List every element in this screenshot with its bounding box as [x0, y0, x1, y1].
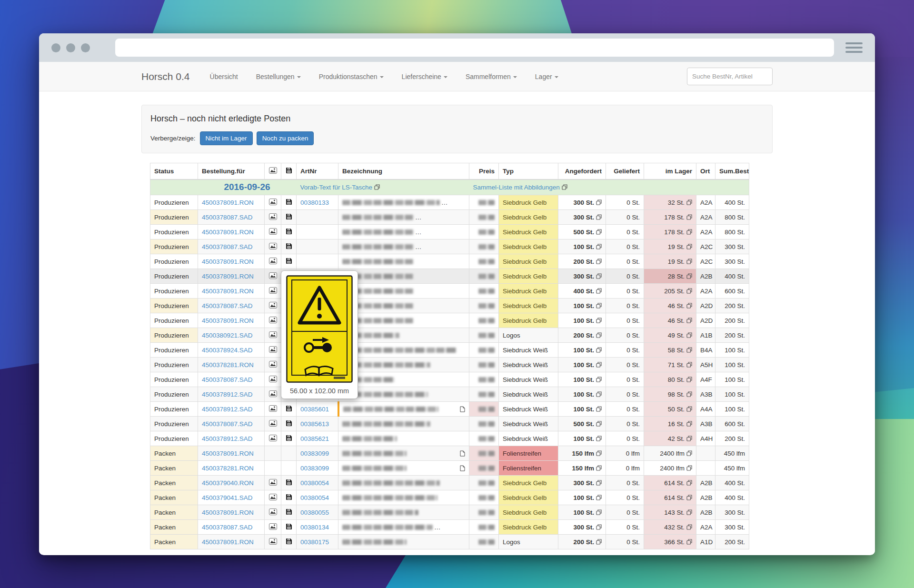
external-link-icon[interactable] [596, 229, 602, 235]
external-link-icon[interactable] [686, 332, 692, 338]
order-link[interactable]: 4500379040.RON [202, 479, 254, 487]
external-link-icon[interactable] [596, 509, 602, 515]
nav-item-bersicht[interactable]: Übersicht [210, 73, 238, 80]
artnr-link[interactable]: 00380054 [300, 494, 329, 501]
external-link-icon[interactable] [686, 465, 692, 471]
window-zoom-button[interactable] [81, 43, 90, 52]
artnr-link[interactable]: 00380175 [300, 538, 329, 546]
external-link-icon[interactable] [686, 362, 692, 368]
order-link[interactable]: 4500378281.RON [202, 361, 254, 369]
external-link-icon[interactable] [596, 303, 602, 309]
nav-item-bestellungen[interactable]: Bestellungen [256, 73, 301, 80]
external-link-icon[interactable] [596, 465, 602, 471]
external-link-icon[interactable] [686, 273, 692, 279]
external-link-icon[interactable] [596, 391, 602, 397]
order-link[interactable]: 4500378912.SAD [202, 391, 253, 398]
external-link-icon[interactable] [686, 421, 692, 427]
note-icon[interactable] [460, 465, 465, 471]
order-link[interactable]: 4500378091.RON [202, 450, 254, 457]
group-date-link[interactable]: 2016-09-26 [202, 182, 293, 192]
external-link-icon[interactable] [596, 450, 602, 456]
external-link-icon[interactable] [686, 229, 692, 235]
order-link[interactable]: 4500378087.SAD [202, 243, 253, 250]
external-link-icon[interactable] [596, 524, 602, 530]
external-link-icon[interactable] [686, 391, 692, 397]
external-link-icon[interactable] [596, 406, 602, 412]
order-link[interactable]: 4500378091.RON [202, 509, 254, 516]
nav-item-lieferscheine[interactable]: Lieferscheine [402, 73, 447, 80]
order-link[interactable]: 4500378091.RON [202, 317, 254, 324]
external-link-icon[interactable] [686, 509, 692, 515]
order-link[interactable]: 4500378091.RON [202, 273, 254, 280]
external-link-icon[interactable] [686, 377, 692, 382]
external-link-icon[interactable] [596, 259, 602, 264]
order-link[interactable]: 4500378091.RON [202, 538, 254, 546]
external-link-icon[interactable] [596, 199, 602, 205]
external-link-icon[interactable] [686, 214, 692, 220]
external-link-icon[interactable] [686, 406, 692, 412]
window-close-button[interactable] [51, 43, 60, 52]
artnr-link[interactable]: 00380054 [300, 479, 329, 487]
external-link-icon[interactable] [596, 495, 602, 500]
external-link-icon[interactable] [686, 450, 692, 456]
external-link-icon[interactable] [596, 318, 602, 323]
note-icon[interactable] [460, 450, 465, 457]
order-link[interactable]: 4500378912.SAD [202, 435, 253, 442]
external-link-icon[interactable] [686, 288, 692, 294]
order-link[interactable]: 4500378087.SAD [202, 420, 253, 428]
url-bar[interactable] [115, 39, 834, 57]
external-link-icon[interactable] [686, 480, 692, 486]
note-icon[interactable] [460, 406, 465, 412]
nav-item-produktionstaschen[interactable]: Produktionstaschen [319, 73, 384, 80]
browser-menu-icon[interactable] [845, 42, 863, 53]
external-link-icon[interactable] [596, 377, 602, 382]
app-brand[interactable]: Horsch 0.4 [141, 71, 190, 82]
order-link[interactable]: 4500378087.SAD [202, 214, 253, 221]
external-link-icon[interactable] [596, 436, 602, 441]
search-input[interactable] [687, 68, 773, 85]
external-link-icon[interactable] [596, 539, 602, 545]
external-link-icon[interactable] [686, 244, 692, 249]
order-link[interactable]: 4500379041.SAD [202, 494, 253, 501]
external-link-icon[interactable] [596, 214, 602, 220]
filter-button-nicht-im-lager[interactable]: Nicht im Lager [200, 131, 253, 145]
external-link-icon[interactable] [596, 244, 602, 249]
external-link-icon[interactable] [596, 421, 602, 427]
external-link-icon[interactable] [596, 288, 602, 294]
order-link[interactable]: 4500380921.SAD [202, 332, 253, 339]
artnr-link[interactable]: 00383099 [300, 450, 329, 457]
artnr-link[interactable]: 00380133 [300, 199, 329, 206]
external-link-icon[interactable] [596, 332, 602, 338]
external-link-icon[interactable] [686, 303, 692, 309]
external-link-icon[interactable] [596, 273, 602, 279]
artnr-link[interactable]: 00383099 [300, 465, 329, 472]
external-link-icon[interactable] [686, 199, 692, 205]
nav-item-sammelformen[interactable]: Sammelformen [466, 73, 517, 80]
artnr-link[interactable]: 00385613 [300, 420, 329, 428]
order-link[interactable]: 4500378091.RON [202, 229, 254, 236]
sammel-liste-link[interactable]: Sammel-Liste mit Abbildungen [473, 184, 560, 191]
external-link-icon[interactable] [562, 184, 567, 190]
nav-item-lager[interactable]: Lager [535, 73, 558, 80]
external-link-icon[interactable] [686, 436, 692, 441]
external-link-icon[interactable] [596, 347, 602, 353]
order-link[interactable]: 4500378912.SAD [202, 406, 253, 413]
filter-button-noch-zu-packen[interactable]: Noch zu packen [257, 131, 314, 145]
window-minimize-button[interactable] [66, 43, 75, 52]
order-link[interactable]: 4500378091.RON [202, 199, 254, 206]
artnr-link[interactable]: 00380134 [300, 524, 329, 531]
order-link[interactable]: 4500378281.RON [202, 465, 254, 472]
order-link[interactable]: 4500378091.RON [202, 288, 254, 295]
order-link[interactable]: 4500378087.SAD [202, 302, 253, 309]
external-link-icon[interactable] [686, 524, 692, 530]
external-link-icon[interactable] [686, 318, 692, 323]
external-link-icon[interactable] [596, 362, 602, 368]
order-link[interactable]: 4500378091.RON [202, 258, 254, 265]
artnr-link[interactable]: 00385601 [300, 406, 329, 413]
external-link-icon[interactable] [686, 259, 692, 264]
order-link[interactable]: 4500378924.SAD [202, 347, 253, 354]
artnr-link[interactable]: 00380055 [300, 509, 329, 516]
external-link-icon[interactable] [686, 347, 692, 353]
artnr-link[interactable]: 00385621 [300, 435, 329, 442]
vorab-text-link[interactable]: Vorab-Text für LS-Tasche [300, 184, 373, 191]
